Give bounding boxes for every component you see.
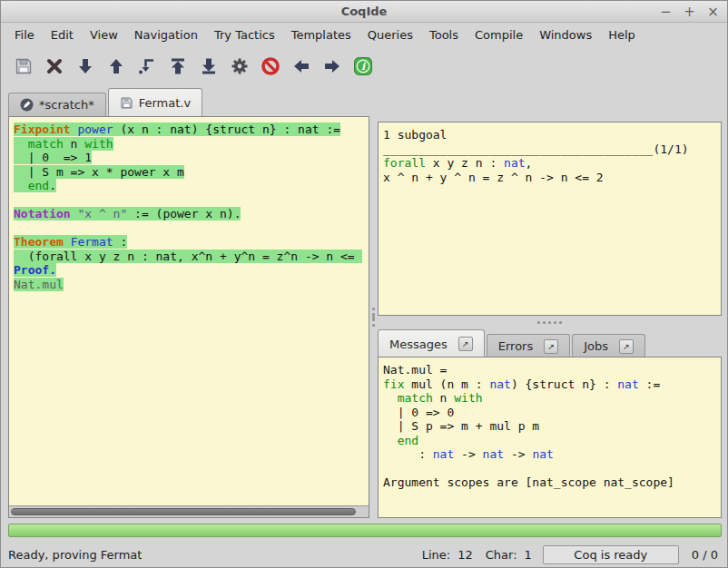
goals-panel: 1 subgoal_______________________________… [378, 122, 722, 316]
script-editor[interactable]: Fixpoint power (x n : nat) {struct n} : … [8, 116, 369, 518]
menu-windows[interactable]: Windows [531, 24, 600, 45]
horizontal-scrollbar[interactable] [9, 505, 369, 517]
menubar: FileEditViewNavigationTry TacticsTemplat… [1, 24, 727, 46]
tab-errors[interactable]: Errors ↗ [487, 334, 570, 357]
code-line: Proof. [14, 263, 365, 278]
menu-templates[interactable]: Templates [283, 24, 359, 45]
code-line: | S m => x * power x m [14, 165, 365, 180]
splitter-dots [548, 321, 551, 324]
go-to-start-icon[interactable] [162, 51, 193, 82]
code-line [14, 221, 365, 236]
tab-messages[interactable]: Messages ↗ [378, 329, 485, 357]
code-line: | 0 => 1 [14, 151, 365, 165]
tab-scratch[interactable]: *scratch* [8, 93, 106, 116]
scrollbar-thumb[interactable] [11, 508, 356, 515]
line-value: 12 [457, 548, 473, 562]
maximize-button[interactable]: + [683, 3, 696, 21]
previous-occurrence-icon[interactable] [286, 51, 317, 82]
menu-try-tactics[interactable]: Try Tactics [206, 24, 283, 45]
code-line: end [383, 434, 717, 448]
progress-bar [8, 524, 722, 537]
code-line: Fixpoint power (x n : nat) {struct n} : … [14, 122, 365, 137]
code-line: Notation "x ^ n" := (power x n). [14, 207, 365, 221]
menu-tools[interactable]: Tools [421, 24, 467, 45]
char-value: 1 [525, 548, 532, 562]
titlebar[interactable]: CoqIde −+× [1, 1, 727, 23]
code-line: Nat.mul = [383, 363, 717, 377]
detach-icon[interactable]: ↗ [458, 337, 473, 351]
fully-check-icon[interactable] [224, 51, 255, 82]
script-buffer[interactable]: Fixpoint power (x n : nat) {struct n} : … [9, 117, 369, 505]
tab-label: Errors [498, 339, 533, 353]
goto-cursor-icon[interactable] [132, 51, 162, 82]
code-line: match n with [383, 391, 717, 406]
detach-icon[interactable]: ↗ [544, 339, 558, 354]
minimize-button[interactable]: − [659, 3, 673, 21]
code-line: 1 subgoal [383, 128, 717, 142]
code-line: | S p => m + mul p m [383, 419, 717, 434]
file-icon [120, 96, 133, 110]
line-label: Line: [422, 548, 450, 562]
menu-file[interactable]: File [6, 24, 43, 45]
statusbar: Ready, proving Fermat Line: 12 Char: 1 C… [1, 542, 727, 567]
menu-queries[interactable]: Queries [359, 24, 421, 45]
menu-help[interactable]: Help [600, 24, 644, 45]
menu-navigation[interactable]: Navigation [126, 24, 206, 45]
editor-tabbar: *scratch* Fermat.v [8, 88, 204, 116]
coqide-window: CoqIde −+× FileEditViewNavigationTry Tac… [0, 0, 728, 568]
code-line: : nat -> nat -> nat [383, 447, 717, 462]
worker-count: 0 / 0 [692, 548, 718, 562]
tab-label: Messages [389, 338, 448, 351]
horizontal-splitter[interactable] [378, 316, 722, 329]
toolbar: i [1, 47, 727, 85]
code-line: Argument scopes are [nat_scope nat_scope… [383, 475, 717, 490]
tab-label: Jobs [584, 339, 608, 353]
coq-status: Coq is ready [543, 545, 679, 564]
code-line: Theorem Fermat : [14, 235, 365, 250]
char-label: Char: [486, 548, 517, 562]
code-line: end. [14, 179, 365, 193]
code-line: Nat.mul [14, 278, 365, 292]
backward-icon[interactable] [101, 51, 132, 82]
code-line: (forall x y z n : nat, x^n + y^n = z^n -… [14, 250, 365, 264]
window-title: CoqIde [1, 5, 727, 18]
go-to-end-icon[interactable] [193, 51, 224, 82]
code-line: | 0 => 0 [383, 406, 717, 420]
code-line [14, 193, 365, 208]
code-line: x ^ n + y ^ n = z ^ n -> n <= 2 [383, 171, 717, 185]
tab-label: Fermat.v [139, 96, 191, 110]
splitter-dots [372, 316, 375, 318]
goals-buffer: 1 subgoal_______________________________… [379, 122, 721, 186]
tab-label: *scratch* [39, 98, 94, 112]
save-icon[interactable] [8, 51, 39, 82]
menu-edit[interactable]: Edit [43, 24, 82, 45]
code-line: fix mul (n m : nat) {struct n} : nat := [383, 377, 717, 392]
detach-icon[interactable]: ↗ [619, 339, 634, 354]
close-button[interactable]: × [706, 3, 720, 21]
menu-view[interactable]: View [82, 24, 126, 45]
about-icon[interactable]: i [348, 51, 379, 82]
messages-panel: Nat.mul =fix mul (n m : nat) {struct n} … [378, 357, 722, 518]
menu-compile[interactable]: Compile [467, 24, 531, 45]
forward-icon[interactable] [70, 51, 101, 82]
next-occurrence-icon[interactable] [317, 51, 348, 82]
interrupt-icon[interactable] [255, 51, 286, 82]
code-line: ______________________________________(1… [383, 142, 717, 157]
messages-tabbar: Messages ↗ Errors ↗ Jobs ↗ [378, 329, 647, 357]
messages-buffer: Nat.mul =fix mul (n m : nat) {struct n} … [379, 357, 721, 492]
tab-fermat[interactable]: Fermat.v [108, 88, 202, 116]
code-line: forall x y z n : nat, [383, 156, 717, 171]
code-line: match n with [14, 137, 365, 152]
status-message: Ready, proving Fermat [8, 548, 409, 562]
window-controls: −+× [659, 3, 720, 21]
code-line [383, 462, 717, 476]
vertical-splitter[interactable] [369, 116, 378, 518]
pen-icon [20, 98, 34, 112]
tab-jobs[interactable]: Jobs ↗ [572, 334, 645, 357]
close-icon[interactable] [39, 51, 70, 82]
